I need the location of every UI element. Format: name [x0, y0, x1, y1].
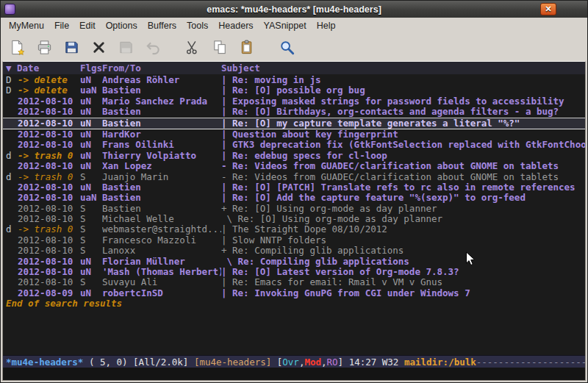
from-cell: Juanjo Marin — [102, 172, 221, 182]
cut-icon — [184, 39, 201, 56]
undo-button — [143, 37, 163, 57]
flags-cell: uN — [80, 257, 102, 267]
flags-cell: uN — [80, 96, 102, 107]
message-row[interactable]: 2012-08-10uNMario Sanchez Prada| Exposin… — [3, 96, 585, 107]
save-button[interactable] — [62, 37, 82, 57]
message-list: D-> deleteuNAndreas Röhler| Re: moving i… — [3, 75, 585, 298]
subject-cell: \ Re: [O] Using org-mode as day planner — [221, 214, 585, 224]
from-cell: Xan Lopez — [102, 161, 221, 171]
cut-button[interactable] — [183, 37, 203, 57]
column-header-subject[interactable]: Subject — [221, 62, 260, 74]
mark-cell — [6, 107, 18, 117]
message-row[interactable]: D-> deleteuaNBastien| Re: [O] possible o… — [3, 85, 585, 96]
close-buffer-button[interactable] — [89, 37, 109, 57]
from-cell: HardKor — [102, 129, 221, 140]
message-row[interactable]: 2012-08-09uNrobertcInSD| Re: Invoking Gn… — [3, 288, 585, 298]
buffer-area: D-> deleteuNAndreas Röhler| Re: moving i… — [3, 74, 585, 355]
modeline-time: 14:27 — [349, 357, 382, 368]
message-row[interactable]: d-> trash 0Swebmaster@straightd...| The … — [3, 224, 585, 235]
from-cell: Francesco Mazzoli — [102, 235, 221, 246]
title-bar[interactable]: emacs: *mu4e-headers* [mu4e-headers] ✕ — [1, 1, 587, 18]
menu-edit[interactable]: Edit — [74, 19, 101, 32]
menu-buffers[interactable]: Buffers — [143, 19, 182, 32]
subject-cell: + Re: Compiling glib applications — [221, 246, 585, 256]
date-cell: 2012-08-10 — [18, 118, 80, 129]
subject-cell: | Re: [O] [PATCH] Translate refs to rc a… — [221, 182, 585, 193]
message-row[interactable]: 2012-08-10uNXan Lopez- Re: Videos from G… — [3, 161, 585, 171]
message-row[interactable]: 2012-08-10uNFlorian Müllner \ Re: Compil… — [3, 257, 585, 267]
from-cell: Bastien — [102, 193, 221, 203]
mark-cell — [6, 182, 18, 193]
message-row[interactable]: 2012-08-10uNBastien| Re: [O] Birthdays, … — [3, 107, 585, 117]
modeline-buffer-name: *mu4e-headers* — [6, 357, 83, 368]
menu-tools[interactable]: Tools — [182, 19, 213, 32]
message-row[interactable]: d-> trash 0SJuanjo Marin- Re: Videos fro… — [3, 172, 585, 182]
subject-cell: | Re: [O] my capture template generates … — [221, 118, 585, 129]
mark-cell — [6, 118, 18, 129]
from-cell: webmaster@straightd... — [102, 224, 221, 235]
subject-cell: | Question about key fingerprint — [221, 129, 585, 140]
menu-file[interactable]: File — [49, 19, 74, 32]
date-cell: 2012-08-10 — [18, 257, 80, 267]
paste-icon — [239, 39, 256, 56]
subject-cell: | Re: edebug specs for cl-loop — [221, 151, 585, 161]
minibuffer[interactable] — [3, 368, 585, 380]
menu-headers[interactable]: Headers — [213, 19, 258, 32]
flags-cell: uN — [80, 75, 102, 85]
from-cell: Lanoxx — [102, 246, 221, 256]
modeline-status-ovr: Ovr — [282, 357, 299, 368]
column-header-flags[interactable]: Flgs — [80, 62, 102, 74]
mark-cell — [6, 288, 18, 298]
from-cell: Frans Oilinki — [102, 140, 221, 150]
subject-cell: - Re: Videos from GUADEC/clarification a… — [221, 172, 585, 182]
flags-cell: S — [80, 172, 102, 182]
message-row[interactable]: 2012-08-10uNBastien| Re: [O] my capture … — [3, 118, 585, 129]
menu-options[interactable]: Options — [101, 19, 143, 32]
flags-cell: S — [80, 235, 102, 246]
search-button[interactable] — [277, 37, 297, 57]
message-row[interactable]: d-> trash 0uNThierry Volpiatto| Re: edeb… — [3, 151, 585, 161]
date-cell: -> delete — [18, 75, 80, 85]
subject-cell: | GTK3 deprecation fix (GtkFontSelection… — [221, 140, 585, 150]
message-row[interactable]: 2012-08-10uaNBastien| Re: [O] Add the ca… — [3, 193, 585, 203]
mark-cell — [6, 140, 18, 150]
column-header-from[interactable]: From/To — [102, 62, 221, 74]
message-row[interactable]: 2012-08-10SLanoxx+ Re: Compiling glib ap… — [3, 246, 585, 256]
column-header-date[interactable]: ▼ Date — [6, 62, 80, 74]
message-row[interactable]: 2012-08-10SBastien+ Re: [O] Using org-mo… — [3, 204, 585, 214]
date-cell: 2012-08-09 — [18, 288, 80, 298]
paste-button[interactable] — [237, 37, 257, 57]
mode-line[interactable]: *mu4e-headers* ( 5, 0) [All/2.0k] [mu4e-… — [3, 355, 585, 368]
tool-bar — [1, 34, 587, 61]
modeline-status-sep2: , — [321, 357, 327, 368]
close-button[interactable]: ✕ — [540, 3, 556, 15]
modeline-status-mod: Mod — [304, 357, 321, 368]
date-cell: 2012-08-10 — [18, 96, 80, 107]
copy-button[interactable] — [210, 37, 230, 57]
search-icon — [279, 39, 295, 56]
message-row[interactable]: 2012-08-10SFrancesco Mazzoli| Slow NNTP … — [3, 235, 585, 246]
subject-cell: - Re: Videos from GUADEC/clarification a… — [221, 161, 585, 171]
message-row[interactable]: D-> deleteuNAndreas Röhler| Re: moving i… — [3, 75, 585, 85]
modeline-status-sep1: , — [299, 357, 305, 368]
message-row[interactable]: 2012-08-10SSuvayu Ali| Re: Emacs for ema… — [3, 277, 585, 287]
menu-yasnippet[interactable]: YASnippet — [259, 19, 312, 32]
message-row[interactable]: 2012-08-10SMichael Welle \ Re: [O] Using… — [3, 214, 585, 224]
flags-cell: uN — [80, 151, 102, 161]
from-cell: Michael Welle — [102, 214, 221, 224]
message-row[interactable]: 2012-08-10uN'Mash (Thomas Herbert)| Re: … — [3, 267, 585, 277]
message-row[interactable]: 2012-08-10uNHardKor| Question about key … — [3, 129, 585, 140]
subject-cell: | Re: moving in js — [221, 75, 585, 85]
date-cell: 2012-08-10 — [18, 204, 80, 214]
mark-cell — [6, 246, 18, 256]
new-file-button[interactable] — [7, 37, 27, 57]
message-row[interactable]: 2012-08-10uNBastien| Re: [O] [PATCH] Tra… — [3, 182, 585, 193]
from-cell: Bastien — [102, 182, 221, 193]
mark-cell — [6, 161, 18, 171]
message-row[interactable]: 2012-08-10uNFrans Oilinki| GTK3 deprecat… — [3, 140, 585, 150]
print-button[interactable] — [35, 37, 54, 57]
menu-mymenu[interactable]: MyMenu — [4, 19, 49, 32]
date-cell: 2012-08-10 — [18, 182, 80, 193]
modeline-position: ( 5, 0) — [83, 357, 133, 368]
menu-help[interactable]: Help — [312, 19, 341, 32]
